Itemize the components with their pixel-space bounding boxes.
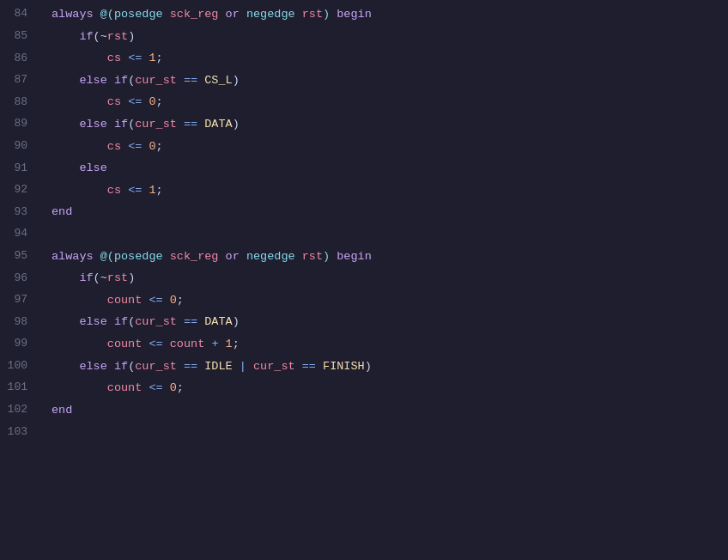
token-sig: cs: [107, 49, 121, 68]
token-plain: [246, 357, 253, 376]
line-number: 87: [0, 70, 38, 92]
code-line: [52, 223, 728, 246]
code-line: [52, 421, 728, 443]
token-op: ==: [302, 357, 316, 376]
line-number: 89: [0, 113, 38, 136]
token-kw: if: [114, 71, 128, 90]
code-line: else if(cur_st == CS_L): [52, 70, 728, 92]
line-number: 88: [0, 91, 38, 113]
line-number: 91: [0, 157, 38, 180]
token-at: @(: [100, 247, 114, 266]
token-sig: rst: [302, 5, 323, 24]
code-line: cs <= 1;: [52, 47, 728, 70]
code-line: end: [52, 399, 728, 422]
line-number: 101: [0, 377, 38, 399]
token-at: posedge: [114, 247, 163, 266]
token-plain: [177, 71, 184, 90]
code-line: count <= 0;: [52, 377, 728, 399]
code-content[interactable]: always @(posedge sck_reg or negedge rst)…: [45, 3, 728, 557]
token-kw: else: [79, 115, 106, 134]
line-number: 93: [0, 201, 38, 223]
token-at: negedge: [246, 5, 295, 24]
line-number: 99: [0, 333, 38, 356]
line-number: 86: [0, 47, 38, 70]
token-plain: ;: [177, 379, 184, 398]
token-const: CS_L: [204, 71, 232, 90]
token-plain: [142, 181, 149, 200]
token-plain: [177, 357, 184, 376]
code-line: always @(posedge sck_reg or negedge rst)…: [52, 3, 728, 26]
token-sig: count: [170, 335, 205, 354]
token-const: DATA: [204, 313, 232, 332]
token-kw: always: [52, 247, 94, 266]
token-plain: [121, 181, 128, 200]
token-plain: [330, 247, 337, 266]
token-punc: ~: [100, 269, 107, 288]
token-or-kw: or: [226, 247, 240, 266]
token-op: <=: [128, 49, 142, 68]
code-line: cs <= 1;: [52, 180, 728, 202]
token-sig: cs: [107, 137, 121, 156]
code-line: if(~rst): [52, 26, 728, 48]
token-plain: [121, 137, 128, 156]
token-kw: if: [79, 269, 93, 288]
token-num: 1: [226, 335, 233, 354]
token-op: <=: [128, 137, 142, 156]
token-op: <=: [128, 93, 142, 112]
line-number: 98: [0, 311, 38, 333]
token-plain: [142, 49, 149, 68]
token-plain: [240, 5, 246, 24]
token-plain: [107, 115, 114, 134]
token-sig: cur_st: [135, 357, 177, 376]
token-op: ==: [184, 313, 197, 332]
token-sig: cs: [107, 93, 121, 112]
token-plain: [121, 49, 128, 68]
token-kw: begin: [337, 247, 372, 266]
code-line: cs <= 0;: [52, 136, 728, 158]
token-sig: count: [107, 291, 143, 310]
token-sig: rst: [302, 247, 323, 266]
token-plain: [197, 115, 204, 134]
token-kw: always: [52, 5, 94, 24]
code-line: else if(cur_st == DATA): [52, 311, 728, 333]
token-kw: if: [114, 313, 128, 332]
code-line: else: [52, 157, 728, 180]
token-op: ==: [184, 115, 197, 134]
token-plain: [163, 5, 170, 24]
token-plain: [52, 291, 107, 310]
token-kw: if: [79, 27, 93, 46]
token-plain: [330, 5, 337, 24]
line-number: 95: [0, 246, 38, 268]
line-number: 90: [0, 136, 38, 158]
token-const: DATA: [204, 115, 232, 134]
token-sig: sck_reg: [170, 5, 219, 24]
token-kw: if: [114, 357, 128, 376]
line-number: 96: [0, 267, 38, 289]
token-kw: else: [79, 313, 106, 332]
token-plain: [163, 379, 170, 398]
token-sig: cur_st: [135, 313, 177, 332]
code-line: count <= count + 1;: [52, 333, 728, 356]
line-number: 92: [0, 180, 38, 202]
token-plain: ): [365, 357, 372, 376]
token-op: <=: [128, 181, 142, 200]
token-punc: ~: [100, 27, 107, 46]
token-plain: ): [233, 313, 240, 332]
token-plain: [142, 335, 149, 354]
token-plain: ): [128, 269, 135, 288]
token-plain: [295, 5, 302, 24]
line-number: 85: [0, 26, 38, 48]
token-plain: ;: [233, 335, 240, 354]
token-plain: [163, 335, 170, 354]
token-num: 0: [170, 291, 177, 310]
code-line: always @(posedge sck_reg or negedge rst)…: [52, 246, 728, 268]
token-plain: [142, 379, 149, 398]
token-plain: [177, 313, 184, 332]
token-plain: [52, 335, 107, 354]
token-kw: else: [79, 71, 106, 90]
token-plain: [52, 49, 107, 68]
token-at: ): [323, 5, 330, 24]
token-sig: cur_st: [135, 71, 177, 90]
token-plain: [163, 247, 170, 266]
token-plain: [52, 93, 107, 112]
